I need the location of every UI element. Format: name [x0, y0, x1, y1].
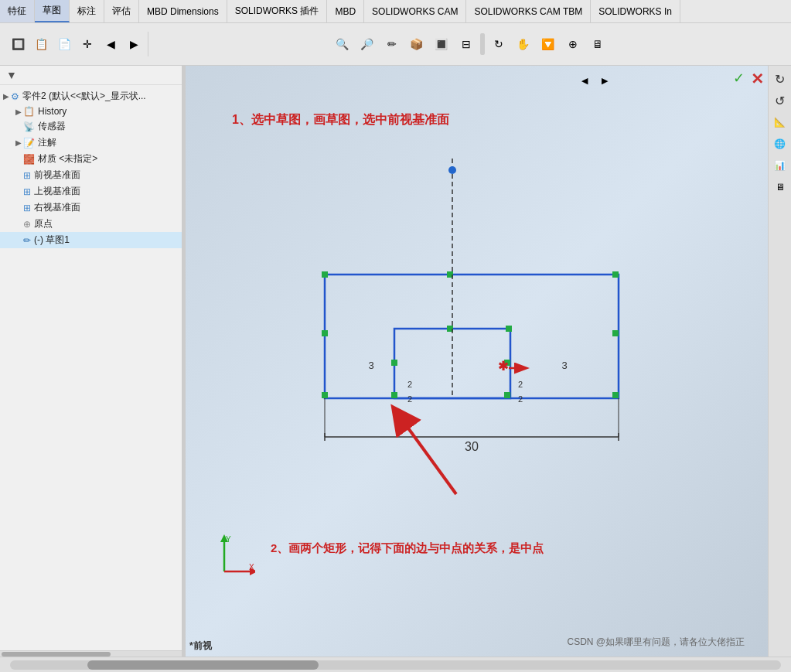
rp-btn-4[interactable]: 🌐 [771, 135, 789, 153]
view-back-btn[interactable]: ◀ [576, 72, 593, 89]
sidebar-resize-handle[interactable] [182, 66, 185, 657]
red-arrow-svg [340, 347, 495, 502]
sidebar-scrollbar[interactable] [0, 650, 185, 657]
tree-item-right-plane[interactable]: ▶ ⊞ 右视基准面 [0, 200, 185, 216]
menu-item-pinggu[interactable]: 评估 [104, 0, 139, 22]
top-plane-label: 上视基准面 [34, 185, 80, 198]
part-icon: ⚙ [11, 91, 19, 102]
history-label: History [38, 106, 66, 117]
tb-pan[interactable]: ✋ [513, 33, 534, 55]
menu-item-sw-in[interactable]: SOLIDWORKS In [591, 0, 680, 22]
sidebar-scrollbar-thumb [2, 652, 111, 657]
svg-rect-7 [322, 330, 328, 336]
rp-btn-6[interactable]: 🖥 [771, 178, 789, 196]
rp-btn-3[interactable]: 📐 [771, 113, 789, 131]
view-fwd-btn[interactable]: ▶ [596, 72, 613, 89]
tree-item-part[interactable]: ▶ ⚙ 零件2 (默认<<默认>_显示状... [0, 88, 185, 104]
menu-item-tezheng[interactable]: 特征 [0, 0, 35, 22]
tb-section[interactable]: ⊟ [455, 33, 477, 55]
svg-point-1 [448, 166, 456, 174]
tree-item-sketch1[interactable]: ▶ ✏ (-) 草图1 [0, 232, 185, 248]
sensor-icon: 📡 [23, 121, 35, 132]
filter-icon: ▼ [6, 69, 17, 81]
csdn-watermark: CSDN @如果哪里有问题，请各位大佬指正 [567, 636, 745, 649]
toolbar-btn-2[interactable]: 📋 [30, 33, 52, 55]
svg-rect-12 [506, 326, 512, 332]
svg-line-32 [394, 409, 456, 494]
view-nav-buttons: ◀ ▶ [576, 72, 613, 89]
sidebar-filter: ▼ [0, 66, 185, 85]
tb-search[interactable]: 🔍 [332, 33, 353, 55]
svg-text:X: X [249, 563, 254, 571]
tb-rotate[interactable]: ↻ [488, 33, 510, 55]
tb-view[interactable]: 🔳 [431, 33, 452, 55]
tree-item-material[interactable]: ▶ 🧱 材质 <未指定> [0, 151, 185, 167]
tb-fit[interactable]: ⊕ [562, 33, 584, 55]
tb-sketch[interactable]: ✏ [381, 33, 403, 55]
top-plane-icon: ⊞ [23, 186, 31, 197]
annot-arrow: ▶ [15, 138, 22, 147]
tree-item-front-plane[interactable]: ▶ ⊞ 前视基准面 [0, 167, 185, 183]
right-plane-icon: ⊞ [23, 203, 31, 213]
annot-icon: 📝 [23, 138, 35, 148]
annotation-1: 1、选中草图，画草图，选中前视基准面 [232, 112, 449, 128]
history-arrow: ▶ [15, 107, 22, 116]
rp-btn-5[interactable]: 📊 [771, 156, 789, 175]
material-label: 材质 <未指定> [38, 152, 97, 165]
menu-item-mbd-dim[interactable]: MBD Dimensions [139, 0, 227, 22]
menu-item-biaozhu[interactable]: 标注 [70, 0, 104, 22]
canvas-check-btn[interactable]: ✓ [733, 70, 745, 87]
tree-item-sensor[interactable]: ▶ 📡 传感器 [0, 118, 185, 135]
origin-icon: ⊕ [23, 219, 31, 230]
toolbar-group-main: 🔍 🔎 ✏ 📦 🔳 ⊟ ↻ ✋ 🔽 ⊕ 🖥 [152, 33, 787, 55]
menu-item-sw-cam[interactable]: SOLIDWORKS CAM [364, 0, 466, 22]
tree-item-top-plane[interactable]: ▶ ⊞ 上视基准面 [0, 183, 185, 200]
sensor-label: 传感器 [38, 120, 66, 133]
toolbar-btn-1[interactable]: 🔲 [7, 33, 29, 55]
front-plane-icon: ⊞ [23, 170, 31, 181]
rp-btn-1[interactable]: ↻ [771, 70, 789, 88]
toolbar-btn-3[interactable]: 📄 [53, 33, 75, 55]
status-scrollbar-thumb [87, 660, 319, 670]
toolbar-btn-nav-right[interactable]: ▶ [123, 33, 145, 55]
menu-item-caotu[interactable]: 草图 [35, 0, 70, 22]
tb-3d[interactable]: 📦 [406, 33, 428, 55]
svg-text:2: 2 [518, 380, 523, 389]
toolbar-btn-nav-left[interactable]: ◀ [100, 33, 121, 55]
svg-rect-8 [612, 330, 619, 336]
right-panel: ↻ ↺ 📐 🌐 📊 🖥 [768, 66, 791, 657]
tb-display[interactable]: 🖥 [587, 33, 609, 55]
svg-text:3: 3 [561, 360, 567, 371]
right-plane-label: 右视基准面 [34, 201, 80, 214]
sidebar: ▼ ▶ ⚙ 零件2 (默认<<默认>_显示状... ▶ 📋 History ▶ … [0, 66, 186, 657]
rp-btn-2[interactable]: ↺ [771, 91, 789, 110]
tree-item-history[interactable]: ▶ 📋 History [0, 104, 185, 118]
menu-item-sw-cam-tbm[interactable]: SOLIDWORKS CAM TBM [466, 0, 591, 22]
tree-item-annotation[interactable]: ▶ 📝 注解 [0, 135, 185, 151]
svg-rect-10 [612, 392, 619, 398]
material-icon: 🧱 [23, 154, 35, 165]
canvas-close-btn[interactable]: ✕ [751, 70, 764, 88]
arrow-icon: ▶ [3, 92, 9, 101]
svg-rect-6 [612, 271, 619, 278]
tb-zoom2[interactable]: 🔽 [537, 33, 559, 55]
toolbar-separator [480, 33, 485, 55]
toolbar-btn-4[interactable]: ✛ [77, 33, 98, 55]
tb-zoom[interactable]: 🔎 [356, 33, 378, 55]
canvas: ◀ ▶ ✓ ✕ 1、选中草图，画草图，选中前视基准面 [186, 66, 768, 657]
sketch1-label: (-) 草图1 [34, 234, 70, 247]
menu-item-mbd[interactable]: MBD [327, 0, 364, 22]
feature-tree: ▶ ⚙ 零件2 (默认<<默认>_显示状... ▶ 📋 History ▶ 📡 … [0, 85, 185, 650]
tree-item-origin[interactable]: ▶ ⊕ 原点 [0, 216, 185, 232]
toolbar: 🔲 📋 📄 ✛ ◀ ▶ 🔍 🔎 ✏ 📦 🔳 ⊟ ↻ ✋ 🔽 ⊕ 🖥 [0, 23, 791, 66]
svg-text:Y: Y [226, 535, 231, 544]
menu-bar: 特征 草图 标注 评估 MBD Dimensions SOLIDWORKS 插件… [0, 0, 791, 23]
history-icon: 📋 [23, 106, 35, 117]
annotation-2: 2、画两个矩形，记得下面的边与中点的关系，是中点 [271, 541, 544, 556]
sketch1-icon: ✏ [23, 235, 31, 246]
part-label: 零件2 (默认<<默认>_显示状... [22, 90, 146, 103]
status-scrollbar-track[interactable] [10, 660, 781, 670]
menu-item-sw-plugin[interactable]: SOLIDWORKS 插件 [227, 0, 328, 22]
svg-text:2: 2 [518, 394, 523, 404]
front-plane-label: 前视基准面 [34, 169, 80, 182]
